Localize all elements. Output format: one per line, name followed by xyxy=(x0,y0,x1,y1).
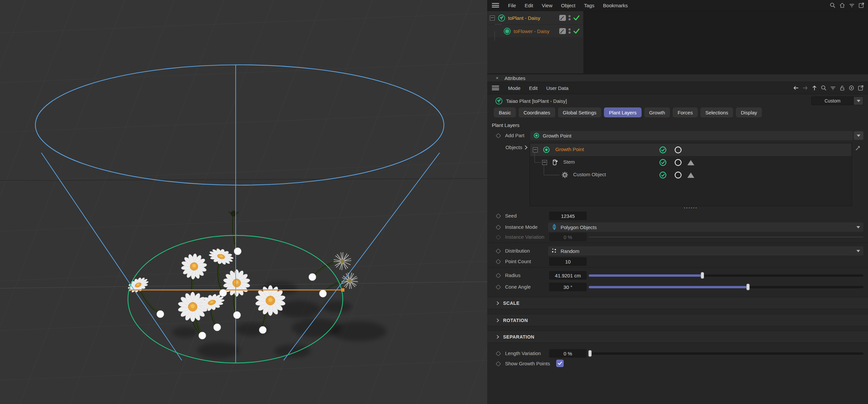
chevron-down-icon[interactable] xyxy=(854,131,863,140)
collapse-icon[interactable] xyxy=(533,148,538,152)
object-row-toflower[interactable]: toFlower - Daisy xyxy=(488,25,583,37)
tab-selections[interactable]: Selections xyxy=(701,107,733,117)
attr-menu-edit[interactable]: Edit xyxy=(525,85,542,91)
check-circle-icon[interactable] xyxy=(659,159,667,166)
param-label: Show Growth Points xyxy=(505,361,550,366)
group-rotation[interactable]: ROTATION xyxy=(487,314,868,326)
add-part-dropdown[interactable]: Growth Point xyxy=(530,131,853,140)
filter-icon[interactable] xyxy=(848,2,855,9)
slider-handle[interactable] xyxy=(588,350,592,357)
param-distribution: DistributionRandom xyxy=(487,245,868,256)
chevron-down-icon[interactable] xyxy=(854,97,863,105)
param-diamond-icon xyxy=(496,235,501,240)
object-row-toplant[interactable]: toPlant - Daisy xyxy=(488,11,583,24)
home-icon[interactable] xyxy=(839,2,845,9)
om-edit-icon[interactable] xyxy=(559,28,566,34)
objects-label-text: Objects xyxy=(505,145,522,150)
om-dots-icon[interactable] xyxy=(568,14,571,21)
hamburger-menu-icon[interactable] xyxy=(492,3,499,8)
slider-handle[interactable] xyxy=(746,284,750,290)
tree-connector xyxy=(534,162,541,163)
param-point-count: Point Count10 xyxy=(487,256,868,267)
collapse-icon[interactable] xyxy=(490,15,495,21)
group-label: SCALE xyxy=(503,301,520,306)
eyedropper-icon[interactable] xyxy=(855,145,861,151)
group-separation[interactable]: SEPARATION xyxy=(487,331,868,343)
tab-plant-layers[interactable]: Plant Layers xyxy=(604,107,641,117)
objects-label: Objects xyxy=(487,145,528,150)
param-dropdown[interactable]: Polygon Objects xyxy=(548,222,863,232)
tree-row-stem[interactable]: Stem xyxy=(530,156,851,168)
param-slider[interactable] xyxy=(589,352,863,355)
flower-ring-icon xyxy=(503,27,511,35)
external-link-icon[interactable] xyxy=(858,2,865,9)
menu-object[interactable]: Object xyxy=(557,3,580,8)
target-icon[interactable] xyxy=(848,85,855,91)
green-check-icon[interactable] xyxy=(573,28,580,34)
tab-growth[interactable]: Growth xyxy=(644,107,670,117)
param-diamond-icon xyxy=(496,133,501,138)
attributes-menubar: ModeEditUser Data xyxy=(487,82,868,94)
param-value-field[interactable]: 41.9201 cm xyxy=(549,271,587,280)
add-part-row: Add Part Growth Point xyxy=(487,131,868,141)
arrow-right-icon[interactable] xyxy=(802,85,808,91)
3d-viewport[interactable] xyxy=(0,0,487,404)
menu-bookmarks[interactable]: Bookmarks xyxy=(599,3,632,8)
empty-circle-icon[interactable] xyxy=(674,171,682,179)
group-label: ROTATION xyxy=(503,318,528,323)
dropdown-value: Polygon Objects xyxy=(561,224,597,230)
filter-icon[interactable] xyxy=(830,85,836,91)
arrow-up-icon[interactable] xyxy=(811,85,818,91)
green-check-icon[interactable] xyxy=(573,14,580,21)
tab-basic[interactable]: Basic xyxy=(494,107,516,117)
param-value-field[interactable]: 12345 xyxy=(549,212,587,220)
slider-handle[interactable] xyxy=(701,272,704,279)
close-icon[interactable]: × xyxy=(496,75,498,81)
menu-edit[interactable]: Edit xyxy=(520,3,537,8)
search-icon[interactable] xyxy=(820,85,827,91)
menu-file[interactable]: File xyxy=(504,3,520,8)
param-value-field[interactable]: 10 xyxy=(549,257,587,266)
splitter-handle[interactable]: ······ xyxy=(529,206,852,210)
check-circle-icon[interactable] xyxy=(659,171,667,179)
search-icon[interactable] xyxy=(829,2,836,9)
empty-circle-icon[interactable] xyxy=(674,159,682,166)
param-slider[interactable] xyxy=(589,286,863,288)
attr-menu-mode[interactable]: Mode xyxy=(504,85,525,91)
om-edit-icon[interactable] xyxy=(559,14,566,21)
param-length-variation: Length Variation0 % xyxy=(487,348,868,359)
chevron-right-icon xyxy=(496,318,499,323)
tab-forces[interactable]: Forces xyxy=(673,107,698,117)
check-circle-icon[interactable] xyxy=(659,146,667,154)
tab-display[interactable]: Display xyxy=(736,107,762,117)
tree-row-growth-point[interactable]: Growth Point xyxy=(530,144,851,156)
arrow-left-icon[interactable] xyxy=(793,85,799,91)
preset-dropdown[interactable]: Custom xyxy=(811,97,863,105)
param-value-field[interactable]: 30 ° xyxy=(549,283,587,291)
object-toggles xyxy=(559,14,580,21)
menu-view[interactable]: View xyxy=(537,3,557,8)
tree-label: Stem xyxy=(563,159,575,165)
param-slider[interactable] xyxy=(589,274,863,277)
attr-menu-user-data[interactable]: User Data xyxy=(542,85,573,91)
hamburger-menu-icon[interactable] xyxy=(492,86,499,90)
triangle-icon[interactable] xyxy=(687,172,695,179)
chevron-right-icon[interactable] xyxy=(525,145,528,150)
plant-layers-tree[interactable]: Growth PointStemCustom Object xyxy=(529,143,852,206)
param-value-field[interactable]: 0 % xyxy=(549,349,587,358)
tree-row-custom-object[interactable]: Custom Object xyxy=(530,168,851,181)
menu-tags[interactable]: Tags xyxy=(580,3,599,8)
param-dropdown[interactable]: Random xyxy=(548,246,863,255)
group-scale[interactable]: SCALE xyxy=(487,297,868,309)
triangle-icon[interactable] xyxy=(687,159,695,166)
attributes-panel: × Attributes ModeEditUser Data Taiao Pla… xyxy=(487,74,868,404)
tab-coordinates[interactable]: Coordinates xyxy=(519,107,555,117)
add-part-label: Add Part xyxy=(505,132,524,138)
om-dots-icon[interactable] xyxy=(568,28,571,34)
lock-icon[interactable] xyxy=(839,85,845,91)
external-link-icon[interactable] xyxy=(858,85,864,91)
empty-circle-icon[interactable] xyxy=(674,146,682,154)
show-growth-points-checkbox[interactable] xyxy=(556,360,564,367)
collapse-icon[interactable] xyxy=(542,160,547,165)
tab-global-settings[interactable]: Global Settings xyxy=(558,107,601,117)
